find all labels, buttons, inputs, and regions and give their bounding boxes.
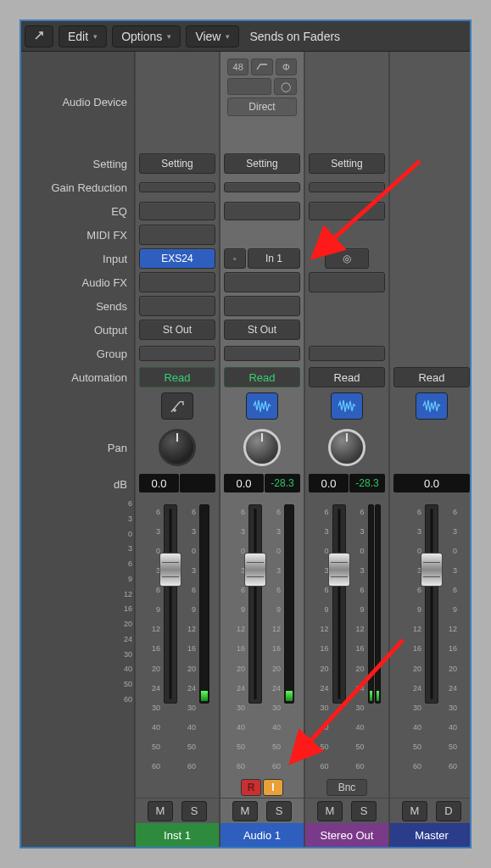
audio-fx-slot[interactable] [309,272,385,292]
channel-name[interactable]: Audio 1 [220,823,304,847]
dim-button[interactable]: D [436,801,461,821]
peak-display[interactable]: . [180,474,215,492]
fader-cap[interactable] [421,553,443,587]
channel-strips: SettingEXS24St OutRead 0.0. 630369121620… [135,52,471,847]
waveform-icon[interactable] [331,392,363,420]
label-group: Group [21,342,134,365]
fader[interactable] [332,504,346,704]
db-display[interactable]: 0.0 [393,474,470,492]
pan-knob[interactable] [328,429,365,466]
mute-button[interactable]: M [402,801,427,821]
fader[interactable] [425,504,438,704]
fader-scale: 6303691216202430405060 [119,496,134,707]
fader[interactable] [164,504,177,704]
input-monitor-button[interactable]: I [263,779,283,796]
output-slot[interactable]: St Out [224,320,300,340]
peak-display[interactable]: -28.3 [265,474,300,492]
group-slot[interactable] [139,346,215,361]
solo-button[interactable]: S [181,801,207,821]
output-slot[interactable]: St Out [139,320,215,340]
mute-button[interactable]: M [317,801,343,821]
chevron-down-icon: ▾ [226,32,230,41]
fader-cap[interactable] [159,553,181,587]
label-input: Input [21,247,134,270]
channel-name[interactable]: Master [390,823,471,847]
edit-menu[interactable]: Edit ▾ [59,25,107,47]
mixer-window: Edit ▾ Options ▾ View ▾ Sends on Faders … [20,19,471,849]
setting-slot[interactable]: Setting [224,153,300,174]
fader-cap[interactable] [244,553,266,587]
fader-cap[interactable] [328,553,350,587]
waveform-icon[interactable] [416,392,448,420]
db-display[interactable]: 0.0 [139,474,179,492]
audio-fx-slot[interactable] [224,272,300,292]
group-slot[interactable] [309,346,385,361]
fader-scale-left: 6303691216202430405060 [230,504,245,774]
label-automation: Automation [21,365,134,389]
automation-mode-button[interactable]: Read [139,367,215,387]
db-display[interactable]: 0.0 [224,474,264,492]
record-enable-button[interactable]: R [241,779,261,796]
pan-knob[interactable] [243,429,281,466]
fader[interactable] [248,504,262,704]
channel-strip-stereo-out[interactable]: Setting◎Read 0.0-28.3 630369121620243040… [304,52,389,847]
direct-button[interactable]: Direct [227,97,297,116]
solo-button[interactable]: S [266,801,292,821]
db-display[interactable]: 0.0 [309,474,349,492]
mute-button[interactable]: M [232,801,258,821]
phase-icon[interactable]: Φ [276,58,297,75]
gain-reduction-meter [139,182,215,192]
fader-scale-right: 6303691216202430405060 [442,504,457,774]
edit-menu-label: Edit [68,30,88,43]
fader-scale-left: 6303691216202430405060 [145,504,160,774]
direct-value[interactable]: 48 [227,58,248,75]
channel-name[interactable]: Inst 1 [136,823,219,847]
midi-fx-slot[interactable] [139,225,215,245]
instrument-icon[interactable] [161,392,193,420]
eq-thumbnail[interactable] [309,202,385,220]
sends-slot[interactable] [139,296,215,316]
setting-slot[interactable]: Setting [139,153,215,174]
label-output: Output [21,318,134,342]
link-icon[interactable] [25,25,53,47]
direct-slot[interactable] [227,78,271,95]
waveform-icon[interactable] [246,392,278,420]
channel-strip-audio-1[interactable]: 48 Φ ◯ Direct Setting◦ In 1St OutRead 0.… [220,52,304,847]
peak-display[interactable]: -28.3 [349,474,385,492]
automation-mode-button[interactable]: Read [224,367,300,387]
channel-strip-master[interactable]: Read 0.0 6303691216202430405060 63036912… [389,52,471,847]
sends-on-faders-label[interactable]: Sends on Faders [244,30,340,43]
setting-slot[interactable]: Setting [309,153,385,174]
eq-thumbnail[interactable] [224,202,300,220]
input-slot[interactable]: EXS24 [139,248,215,269]
sends-slot[interactable] [224,296,300,316]
channel-strip-inst-1[interactable]: SettingEXS24St OutRead 0.0. 630369121620… [135,52,220,847]
group-slot[interactable] [224,346,300,361]
label-pan: Pan [21,423,134,472]
mute-button[interactable]: M [148,801,173,821]
input-format-mono-icon[interactable]: ◦ [224,248,246,269]
view-menu[interactable]: View ▾ [186,25,239,47]
automation-mode-button[interactable]: Read [393,367,470,387]
channel-name[interactable]: Stereo Out [305,823,388,847]
fader-scale-right: 6303691216202430405060 [265,504,281,774]
row-labels-column: Audio Device Setting Gain Reduction EQ M… [21,52,135,847]
bounce-button[interactable]: Bnc [326,779,367,796]
options-menu[interactable]: Options ▾ [112,25,181,47]
label-midi-fx: MIDI FX [21,223,134,247]
direct-panel[interactable]: 48 Φ ◯ Direct [225,56,299,119]
automation-mode-button[interactable]: Read [309,367,385,387]
hpf-icon[interactable] [251,58,272,75]
view-menu-label: View [195,30,220,43]
pan-knob[interactable] [159,429,196,466]
eq-thumbnail[interactable] [139,202,215,220]
direct-knob[interactable]: ◯ [274,78,297,95]
input-slot[interactable]: In 1 [248,248,300,269]
fader-scale-left: 6303691216202430405060 [314,504,329,774]
solo-button[interactable]: S [351,801,377,821]
label-audio-fx: Audio FX [21,270,134,294]
audio-fx-slot[interactable] [139,272,215,292]
input-format-stereo-icon[interactable]: ◎ [325,248,369,269]
fader-scale-right: 6303691216202430405060 [181,504,196,774]
gain-reduction-meter [309,182,385,192]
